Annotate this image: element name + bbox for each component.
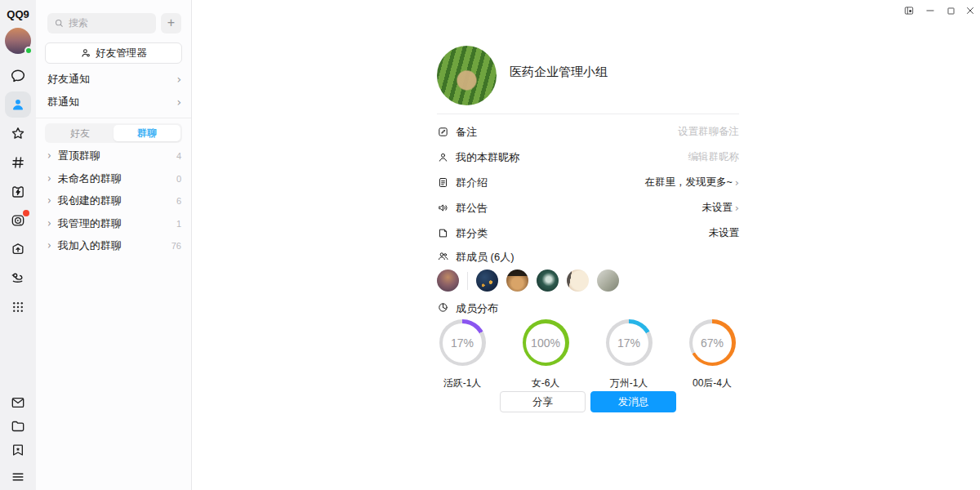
members-section-label[interactable]: 群成员 (6人) [437, 250, 514, 265]
group-notice-row[interactable]: 群通知 › [47, 91, 181, 113]
member-avatar[interactable] [506, 270, 528, 292]
notification-red-dot [23, 210, 29, 216]
expand-chevron-icon: › [47, 217, 51, 229]
folder-icon[interactable] [10, 418, 26, 434]
group-category-label: 置顶群聊 [58, 149, 100, 163]
distribution-cell-active: 17% 活跃-1人 [421, 319, 504, 390]
group-category-count: 1 [176, 219, 181, 229]
group-category-label: 我创建的群聊 [58, 194, 122, 208]
row-intro[interactable]: 群介绍 在群里，发现更多~› [437, 170, 739, 195]
group-category-joined[interactable]: › 我加入的群聊 76 [47, 234, 181, 257]
friend-notice-label: 好友通知 [47, 72, 90, 87]
distribution-cell-region: 17% 万州-1人 [587, 319, 670, 390]
donut-label: 女-6人 [532, 376, 560, 390]
divider [467, 272, 468, 290]
member-avatar-strip [437, 270, 619, 292]
donut-ring-active: 17% [439, 319, 486, 366]
row-value: 编辑群昵称 [688, 150, 740, 164]
pie-chart-icon [437, 301, 449, 316]
member-avatar[interactable] [437, 270, 459, 292]
people-icon [437, 250, 449, 265]
tab-friends[interactable]: 好友 [47, 125, 114, 141]
chevron-right-icon: › [735, 202, 739, 214]
search-input[interactable]: 搜索 [47, 13, 156, 33]
contacts-panel: 搜索 + 好友管理器 好友通知 › 群通知 › 好友 群聊 › 置顶群聊 4 › [36, 0, 192, 490]
donut-percent: 17% [443, 323, 482, 363]
group-avatar[interactable] [437, 46, 497, 105]
row-remark[interactable]: 备注 设置群聊备注 [437, 119, 739, 145]
chevron-right-icon: › [735, 176, 739, 189]
row-label: 群公告 [456, 201, 488, 216]
announcement-icon [437, 202, 449, 214]
row-value: 设置群聊备注 [678, 125, 739, 139]
group-notice-label: 群通知 [47, 95, 79, 109]
qzone-star-icon[interactable] [10, 126, 27, 143]
friend-manager-label: 好友管理器 [96, 47, 147, 60]
group-info-list: 备注 设置群聊备注 我的本群昵称 编辑群昵称 群介绍 在群里，发现更多~› 群公… [437, 119, 739, 246]
group-category-managed[interactable]: › 我管理的群聊 1 [47, 212, 181, 235]
mini-world-icon[interactable] [10, 241, 26, 257]
minimize-icon[interactable] [922, 2, 938, 19]
search-icon [54, 18, 65, 29]
contacts-tabs: 好友 群聊 [45, 123, 182, 143]
row-nickname[interactable]: 我的本群昵称 编辑群昵称 [437, 145, 739, 170]
titlebar [192, 0, 980, 21]
chat-icon[interactable] [10, 68, 27, 85]
group-category-count: 76 [172, 241, 181, 251]
donut-percent: 67% [693, 323, 732, 363]
favorites-bookmark-icon[interactable] [10, 442, 26, 458]
contacts-icon[interactable] [5, 91, 31, 118]
send-message-button[interactable]: 发消息 [590, 391, 676, 412]
donut-percent: 17% [609, 323, 648, 363]
chevron-right-icon: › [176, 96, 181, 109]
expand-chevron-icon: › [47, 149, 51, 162]
group-category-unnamed[interactable]: › 未命名的群聊 0 [47, 167, 181, 190]
group-category-label: 我管理的群聊 [58, 216, 122, 231]
row-label: 我的本群昵称 [456, 150, 519, 165]
share-button[interactable]: 分享 [500, 391, 586, 412]
divider [36, 118, 191, 118]
group-category-count: 0 [176, 174, 181, 184]
video-icon[interactable] [10, 212, 26, 229]
row-category[interactable]: 群分类 未设置 [437, 220, 739, 246]
row-label: 备注 [456, 125, 477, 140]
mail-icon[interactable] [10, 394, 26, 411]
friend-manager-button[interactable]: 好友管理器 [45, 42, 182, 64]
donut-percent: 100% [526, 323, 565, 363]
online-status-dot [24, 47, 33, 55]
edit-icon [437, 126, 449, 138]
qq-app-window: QQ9 [0, 0, 980, 490]
document-icon [437, 176, 449, 189]
close-icon[interactable] [962, 2, 978, 19]
tab-groups[interactable]: 群聊 [114, 125, 180, 141]
group-category-label: 我加入的群聊 [58, 238, 122, 253]
menu-icon[interactable] [10, 469, 26, 485]
qq9-logo: QQ9 [7, 8, 29, 20]
expand-chevron-icon: › [47, 239, 51, 252]
friend-notice-row[interactable]: 好友通知 › [47, 69, 181, 90]
member-avatar[interactable] [476, 270, 498, 292]
member-avatar[interactable] [537, 270, 559, 292]
expand-chevron-icon: › [47, 194, 51, 207]
group-category-created[interactable]: › 我创建的群聊 6 [47, 189, 181, 212]
row-value: 未设置 [702, 201, 733, 215]
left-rail: QQ9 [0, 0, 36, 490]
group-category-pinned[interactable]: › 置顶群聊 4 [47, 145, 181, 167]
member-avatar[interactable] [567, 270, 589, 292]
action-buttons: 分享 发消息 [500, 391, 676, 412]
add-button[interactable]: + [161, 13, 181, 33]
category-icon [437, 227, 449, 239]
distribution-charts: 17% 活跃-1人 100% 女-6人 17% 万州-1人 67% [421, 319, 755, 390]
game-center-icon[interactable] [10, 184, 26, 200]
channels-hash-icon[interactable] [10, 154, 26, 171]
group-category-label: 未命名的群聊 [58, 172, 122, 186]
mini-panel-icon[interactable] [901, 2, 917, 19]
donut-ring-gender: 100% [523, 319, 569, 366]
profile-avatar[interactable] [5, 28, 31, 54]
maximize-icon[interactable] [942, 2, 959, 19]
goose-icon[interactable] [10, 270, 27, 287]
row-announcement[interactable]: 群公告 未设置› [437, 195, 739, 220]
row-label: 群分类 [456, 226, 488, 241]
apps-grid-icon[interactable] [11, 300, 26, 315]
member-avatar[interactable] [597, 270, 619, 292]
